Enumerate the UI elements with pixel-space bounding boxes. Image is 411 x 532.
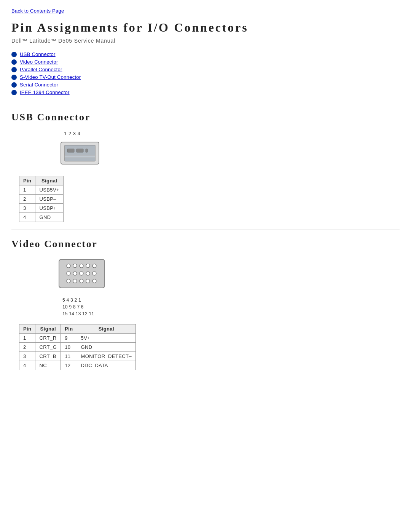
video-pin-table: Pin Signal Pin Signal 1 CRT_R 9 5V+ 2 CR… (19, 324, 136, 370)
video-pin-10-signal: GND (77, 343, 135, 352)
usb-pin-labels: 1 2 3 4 (64, 131, 400, 136)
usb-connector-svg (57, 137, 103, 168)
bullet-icon (11, 90, 17, 95)
usb-pin-3-num: 3 (19, 204, 35, 213)
usb-pin-1-num: 1 (19, 185, 35, 195)
video-connector-svg (57, 257, 107, 296)
toc-link-svideo[interactable]: S-Video TV-Out Connector (20, 74, 81, 80)
usb-table-header-pin: Pin (19, 176, 35, 185)
usb-pin-1-signal: USB5V+ (35, 185, 64, 195)
video-pin-12-num: 12 (61, 361, 77, 370)
toc-item-svideo: S-Video TV-Out Connector (11, 74, 400, 80)
video-table-header-pin1: Pin (19, 324, 35, 334)
video-pin-12-signal: DDC_DATA (77, 361, 135, 370)
usb-pin-2-num: 2 (19, 195, 35, 204)
svg-rect-4 (86, 149, 88, 152)
toc-item-ieee: IEEE 1394 Connector (11, 89, 400, 95)
table-row: 4 NC 12 DDC_DATA (19, 361, 136, 370)
svg-point-21 (92, 279, 96, 283)
svg-point-7 (67, 264, 70, 268)
svg-point-17 (67, 279, 70, 283)
video-pin-row2: 10 9 8 7 6 (62, 304, 400, 310)
video-pin-1-signal: CRT_R (35, 334, 61, 343)
svg-point-9 (80, 264, 83, 268)
video-pin-9-signal: 5V+ (77, 334, 135, 343)
subtitle: Dell™ Latitude™ D505 Service Manual (11, 38, 400, 44)
table-row: 1 USB5V+ (19, 185, 64, 195)
table-row: 2 USBP– (19, 195, 64, 204)
video-pin-9-num: 9 (61, 334, 77, 343)
svg-point-11 (92, 264, 96, 268)
toc-link-parallel[interactable]: Parallel Connector (20, 67, 62, 72)
svg-point-16 (92, 272, 96, 275)
video-pin-labels: 5 4 3 2 1 10 9 8 7 6 15 14 13 12 11 (62, 297, 400, 317)
table-row: 1 CRT_R 9 5V+ (19, 334, 136, 343)
section-divider-top (11, 103, 400, 103)
svg-point-12 (67, 272, 70, 275)
video-pin-row3: 15 14 13 12 11 (62, 310, 400, 317)
svg-point-13 (73, 272, 77, 275)
toc-link-ieee[interactable]: IEEE 1394 Connector (20, 89, 70, 95)
usb-connector-diagram: 1 2 3 4 (57, 131, 400, 169)
usb-pin-4-signal: GND (35, 213, 64, 222)
usb-table-header-signal: Signal (35, 176, 64, 185)
table-row: 3 USBP+ (19, 204, 64, 213)
video-pin-4-num: 4 (19, 361, 35, 370)
toc-item-parallel: Parallel Connector (11, 67, 400, 72)
svg-rect-1 (65, 145, 95, 161)
video-pin-11-num: 11 (61, 352, 77, 361)
bullet-icon (11, 67, 17, 72)
section-divider-video (11, 230, 400, 230)
video-pin-1-num: 1 (19, 334, 35, 343)
video-pin-4-signal: NC (35, 361, 61, 370)
usb-pin-4-num: 4 (19, 213, 35, 222)
table-row: 4 GND (19, 213, 64, 222)
bullet-icon (11, 82, 17, 88)
svg-rect-2 (67, 149, 74, 152)
toc-link-video[interactable]: Video Connector (20, 59, 58, 65)
svg-rect-5 (65, 155, 95, 158)
video-pin-row1: 5 4 3 2 1 (62, 297, 400, 304)
svg-point-18 (73, 279, 77, 283)
bullet-icon (11, 59, 17, 65)
toc-link-usb[interactable]: USB Connector (20, 51, 56, 57)
svg-point-14 (80, 272, 83, 275)
video-pin-11-signal: MONITOR_DETECT– (77, 352, 135, 361)
table-row: 3 CRT_B 11 MONITOR_DETECT– (19, 352, 136, 361)
video-pin-2-signal: CRT_G (35, 343, 61, 352)
svg-point-15 (86, 272, 90, 275)
toc-item-video: Video Connector (11, 59, 400, 65)
svg-rect-3 (76, 149, 83, 152)
svg-point-20 (86, 279, 90, 283)
video-connector-diagram: 5 4 3 2 1 10 9 8 7 6 15 14 13 12 11 (57, 257, 400, 317)
video-table-header-signal1: Signal (35, 324, 61, 334)
toc-link-serial[interactable]: Serial Connector (20, 82, 58, 88)
back-link[interactable]: Back to Contents Page (11, 8, 64, 14)
bullet-icon (11, 75, 17, 80)
bullet-icon (11, 52, 17, 57)
usb-pin-3-signal: USBP+ (35, 204, 64, 213)
video-section-title: Video Connector (11, 238, 400, 250)
usb-pin-2-signal: USBP– (35, 195, 64, 204)
usb-section-title: USB Connector (11, 112, 400, 123)
toc-list: USB Connector Video Connector Parallel C… (11, 51, 400, 95)
video-pin-10-num: 10 (61, 343, 77, 352)
toc-item-serial: Serial Connector (11, 82, 400, 88)
svg-point-19 (80, 279, 83, 283)
table-row: 2 CRT_G 10 GND (19, 343, 136, 352)
video-table-header-signal2: Signal (77, 324, 135, 334)
svg-point-8 (73, 264, 77, 268)
video-pin-2-num: 2 (19, 343, 35, 352)
page-title: Pin Assignments for I/O Connectors (11, 21, 400, 35)
usb-pin-table: Pin Signal 1 USB5V+ 2 USBP– 3 USBP+ 4 GN… (19, 176, 64, 222)
svg-point-10 (86, 264, 90, 268)
toc-item-usb: USB Connector (11, 51, 400, 57)
video-pin-3-signal: CRT_B (35, 352, 61, 361)
video-pin-3-num: 3 (19, 352, 35, 361)
video-table-header-pin2: Pin (61, 324, 77, 334)
